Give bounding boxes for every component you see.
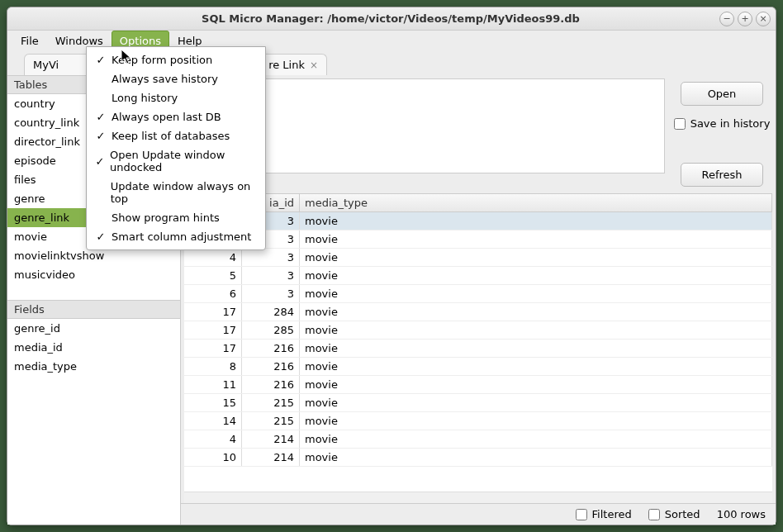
horizontal-scrollbar[interactable] — [184, 492, 772, 503]
refresh-button[interactable]: Refresh — [681, 163, 763, 187]
close-button[interactable]: × — [756, 12, 771, 26]
table-row[interactable]: 17285movie — [184, 321, 772, 340]
menu-item-label: Long history — [112, 92, 178, 104]
grid-cell[interactable]: movie — [300, 212, 772, 230]
grid-cell[interactable]: 284 — [242, 303, 300, 321]
check-icon: ✓ — [95, 130, 107, 142]
menu-item[interactable]: ✓Smart column adjustment — [87, 227, 265, 246]
grid-cell[interactable]: 214 — [242, 449, 300, 466]
grid-cell[interactable]: 216 — [242, 340, 300, 357]
field-row[interactable]: media_type — [7, 357, 180, 376]
grid-cell[interactable]: 17 — [184, 303, 242, 321]
table-row[interactable]: 43movie — [184, 249, 772, 267]
grid-cell[interactable]: movie — [300, 394, 772, 411]
menu-item[interactable]: Update window always on top — [87, 177, 265, 208]
table-row[interactable]: 17284movie — [184, 303, 772, 321]
field-row[interactable]: media_id — [7, 338, 180, 357]
table-row[interactable]: 15215movie — [184, 394, 772, 412]
fields-header: Fields — [7, 300, 180, 319]
menu-item[interactable]: ✓Keep list of databases — [87, 126, 265, 145]
tab-left[interactable]: MyVi — [24, 54, 93, 75]
save-history-checkbox[interactable]: Save in history — [674, 117, 771, 130]
grid-cell[interactable]: movie — [300, 449, 772, 466]
grid-cell[interactable]: 3 — [242, 285, 300, 302]
save-history-label: Save in history — [690, 117, 771, 130]
tab-left-label: MyVi — [33, 59, 59, 71]
check-icon: ✓ — [95, 155, 105, 168]
grid-cell[interactable]: 4 — [184, 430, 242, 448]
grid-cell[interactable]: movie — [300, 321, 772, 339]
table-row[interactable]: 11216movie — [184, 376, 772, 394]
close-icon[interactable]: × — [310, 59, 318, 71]
grid-cell[interactable]: movie — [300, 267, 772, 284]
grid-cell[interactable]: movie — [300, 358, 772, 375]
grid-cell[interactable]: 4 — [184, 249, 242, 266]
menu-item[interactable]: ✓Open Update window undocked — [87, 145, 265, 177]
options-dropdown[interactable]: ✓Keep form positionAlways save historyLo… — [86, 46, 266, 250]
filtered-input[interactable] — [576, 509, 587, 520]
grid-cell[interactable]: 215 — [242, 412, 300, 430]
menu-item[interactable]: Always save history — [87, 69, 265, 88]
grid-cell[interactable]: movie — [300, 303, 772, 321]
grid-cell[interactable]: 5 — [184, 267, 242, 284]
table-row[interactable]: 33movie — [184, 212, 772, 230]
open-button[interactable]: Open — [681, 82, 763, 106]
grid-cell[interactable]: 8 — [184, 358, 242, 375]
grid-cell[interactable]: movie — [300, 249, 772, 266]
grid-cell[interactable]: 6 — [184, 285, 242, 302]
grid-cell[interactable]: 216 — [242, 376, 300, 393]
table-row[interactable]: 63movie — [184, 285, 772, 303]
menu-item[interactable]: ✓Always open last DB — [87, 107, 265, 126]
field-row[interactable]: genre_id — [7, 319, 180, 338]
grid-cell[interactable]: 216 — [242, 358, 300, 375]
maximize-button[interactable]: + — [738, 12, 752, 26]
menu-item[interactable]: Show program hints — [87, 208, 265, 227]
window-title: SQL Micro Manager: /home/victor/Videos/t… — [62, 12, 719, 25]
table-row[interactable]: 33movie — [184, 230, 772, 249]
menu-item-label: Open Update window undocked — [110, 149, 257, 173]
grid-cell[interactable]: 214 — [242, 430, 300, 448]
menu-item-label: Update window always on top — [111, 180, 257, 205]
grid-cell[interactable]: 3 — [242, 249, 300, 266]
table-row[interactable]: 10214movie — [184, 449, 772, 467]
grid-header-2[interactable]: media_type — [300, 194, 772, 211]
sorted-input[interactable] — [648, 509, 660, 520]
grid-cell[interactable]: 10 — [184, 449, 242, 466]
sorted-checkbox[interactable]: Sorted — [648, 508, 700, 520]
grid-cell[interactable]: 3 — [242, 267, 300, 284]
table-row[interactable]: musicvideo — [7, 265, 180, 284]
grid-cell[interactable]: 15 — [184, 394, 242, 411]
menu-item[interactable]: ✓Keep form position — [87, 50, 265, 69]
filtered-checkbox[interactable]: Filtered — [576, 508, 632, 520]
table-row[interactable]: 8216movie — [184, 358, 772, 376]
tab-right[interactable]: re Link × — [259, 54, 327, 75]
grid-cell[interactable]: 17 — [184, 340, 242, 357]
fields-list[interactable]: genre_idmedia_idmedia_type — [7, 319, 180, 525]
table-row[interactable]: 14215movie — [184, 412, 772, 430]
menu-item-label: Smart column adjustment — [112, 230, 251, 243]
save-history-input[interactable] — [674, 118, 686, 130]
table-row[interactable]: 17216movie — [184, 340, 772, 358]
grid-cell[interactable]: movie — [300, 285, 772, 302]
grid-cell[interactable]: movie — [300, 230, 772, 248]
grid-cell[interactable]: movie — [300, 412, 772, 430]
grid-body[interactable]: 33movie33movie43movie53movie63movie17284… — [184, 212, 772, 492]
check-icon: ✓ — [95, 230, 107, 243]
grid-cell[interactable]: movie — [300, 376, 772, 393]
table-row[interactable]: 53movie — [184, 267, 772, 285]
grid-cell[interactable]: movie — [300, 340, 772, 357]
grid-cell[interactable]: 285 — [242, 321, 300, 339]
grid-cell[interactable]: 215 — [242, 394, 300, 411]
sorted-label: Sorted — [665, 508, 700, 520]
minimize-button[interactable]: − — [719, 12, 734, 26]
grid-cell[interactable]: 11 — [184, 376, 242, 393]
grid-cell[interactable]: movie — [300, 430, 772, 448]
grid-cell[interactable]: 14 — [184, 412, 242, 430]
menu-item[interactable]: Long history — [87, 88, 265, 107]
check-icon: ✓ — [95, 111, 107, 123]
menu-item-label: Keep form position — [112, 54, 212, 66]
statusbar: Filtered Sorted 100 rows — [181, 503, 776, 525]
menu-file[interactable]: File — [12, 31, 47, 50]
grid-cell[interactable]: 17 — [184, 321, 242, 339]
table-row[interactable]: 4214movie — [184, 430, 772, 449]
